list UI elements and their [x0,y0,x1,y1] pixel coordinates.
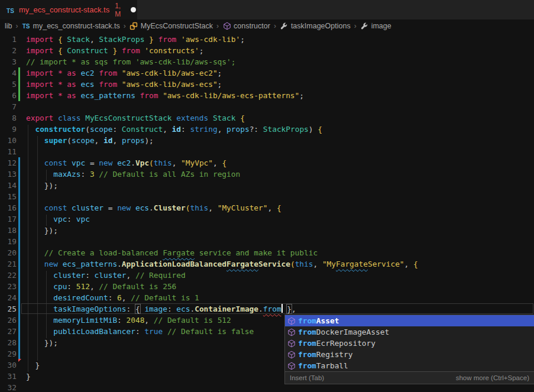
code-line[interactable]: 13 maxAzs: 3 // Default is all AZs in re… [0,169,534,180]
line-number: 20 [0,247,17,258]
breadcrumb-separator: › [354,22,357,30]
gutter-added-indicator [18,79,20,90]
code-line[interactable]: 15 [0,191,534,202]
autocomplete-item-fromDockerImageAsset[interactable]: fromDockerImageAsset [285,326,534,338]
code-line[interactable]: 2import { Construct } from 'constructs'; [0,45,534,56]
code-editor[interactable]: 1import { Stack, StackProps } from 'aws-… [0,33,534,392]
gutter-modified-indicator [18,191,20,202]
gutter-modified-indicator [18,292,20,303]
line-number: 6 [0,90,17,101]
gutter-modified-indicator [18,225,20,236]
vscode-window: TS my_ecs_construct-stack.ts 1, M lib›TS… [0,0,534,392]
method-icon [287,361,296,370]
code-line[interactable]: 14 }); [0,180,534,191]
breadcrumb-item-my-ecs-construct-stack-ts[interactable]: TSmy_ecs_construct-stack.ts [22,22,120,31]
code-text: import { Stack, StackProps } from 'aws-c… [26,34,245,45]
breadcrumb-item-lib[interactable]: lib [5,22,12,30]
gutter-modified-indicator [18,202,20,213]
code-line[interactable]: 5import * as ecs from "aws-cdk-lib/aws-e… [0,79,534,90]
match-highlight: from [298,315,316,326]
line-number: 24 [0,292,17,303]
match-highlight: from [298,360,316,371]
code-text: const cluster = new ecs.Cluster(this, "M… [26,202,281,213]
breadcrumb-item-image[interactable]: image [360,22,391,31]
code-text: publicLoadBalancer: true // Default is f… [26,326,254,337]
tab-filename: my_ecs_construct-stack.ts [19,5,109,14]
code-line[interactable]: 8export class MyEcsConstructStack extend… [0,112,534,124]
code-line[interactable]: 10 super(scope, id, props); [0,135,534,146]
code-text: } [26,371,31,382]
breadcrumb-label: image [371,22,391,30]
gutter-modified-indicator [18,213,20,225]
gutter-added-indicator [18,90,20,101]
code-text: }); [26,225,58,236]
code-line[interactable]: 12 const vpc = new ec2.Vpc(this, "MyVpc"… [0,157,534,169]
code-line[interactable]: 9 constructor(scope: Construct, id: stri… [0,124,534,135]
breadcrumb-item-taskimageoptions[interactable]: taskImageOptions [280,22,351,31]
gutter-modified-indicator [18,270,20,281]
gutter-modified-indicator [18,337,20,348]
code-line[interactable]: 16 const cluster = new ecs.Cluster(this,… [0,202,534,213]
autocomplete-item-fromEcrRepository[interactable]: fromEcrRepository [285,338,534,349]
dirty-indicator-dot[interactable] [131,7,136,12]
tab-problems-badge: 1, M [115,2,121,18]
line-number: 14 [0,180,17,191]
code-line[interactable]: 3// import * as sqs from 'aws-cdk-lib/aw… [0,56,534,67]
code-text: new ecs_patterns.ApplicationLoadBalanced… [26,258,418,270]
line-number: 7 [0,101,17,112]
line-number: 22 [0,270,17,281]
class-icon [130,22,138,31]
match-highlight: from [298,349,316,360]
code-line[interactable]: 17 vpc: vpc [0,213,534,225]
breadcrumb-separator: › [16,22,18,30]
line-number: 10 [0,135,17,146]
code-text: import { Construct } from 'constructs'; [26,45,204,56]
breadcrumb-item-constructor[interactable]: constructor [222,22,270,31]
code-text: vpc: vpc [26,213,90,225]
code-line[interactable]: 22 cluster: cluster, // Required [0,270,534,281]
code-line[interactable]: 19 [0,236,534,247]
gutter-modified-indicator [18,258,20,270]
line-number: 23 [0,281,17,292]
code-line[interactable]: 23 cpu: 512, // Default is 256 [0,281,534,292]
line-number: 2 [0,45,17,56]
code-text: constructor(scope: Construct, id: string… [26,124,322,135]
code-text: }); [26,337,58,348]
line-number: 8 [0,112,17,124]
completion-label: EcrRepository [316,338,376,349]
code-text: cpu: 512, // Default is 256 [26,281,176,292]
code-line[interactable]: 11 [0,146,534,157]
code-text: const vpc = new ec2.Vpc(this, "MyVpc", { [26,157,226,169]
autocomplete-item-fromTarball[interactable]: fromTarball [285,360,534,371]
line-number: 30 [0,359,17,371]
show-more-hint[interactable]: show more (Ctrl+Space) [456,374,529,381]
breadcrumb-item-myecsconstructstack[interactable]: MyEcsConstructStack [130,22,213,31]
code-line[interactable]: 21 new ecs_patterns.ApplicationLoadBalan… [0,258,534,270]
gutter-modified-indicator [18,236,20,247]
code-line[interactable]: 24 desiredCount: 6, // Default is 1 [0,292,534,303]
breadcrumb-label: constructor [234,22,270,30]
gutter-modified-indicator [18,348,20,359]
code-text: cluster: cluster, // Required [26,270,186,281]
autocomplete-item-fromAsset[interactable]: fromAsset [285,315,534,326]
code-line[interactable]: 7 [0,101,534,112]
tab-file-icon-slot: TS [6,5,15,15]
line-number: 4 [0,67,17,79]
code-text: import * as ecs from "aws-cdk-lib/aws-ec… [26,79,222,90]
code-line[interactable]: 20 // Create a load-balanced Fargate ser… [0,247,534,258]
code-line[interactable]: 1import { Stack, StackProps } from 'aws-… [0,34,534,45]
breadcrumb-label: my_ecs_construct-stack.ts [33,22,120,30]
match-highlight: from [298,326,316,338]
method-icon [287,316,296,325]
code-line[interactable]: 4import * as ec2 from "aws-cdk-lib/aws-e… [0,67,534,79]
code-line[interactable]: 18 }); [0,225,534,236]
editor-tab[interactable]: TS my_ecs_construct-stack.ts 1, M [0,0,137,20]
line-number: 13 [0,169,17,180]
tab-bar: TS my_ecs_construct-stack.ts 1, M [0,0,534,20]
breadcrumb-label: taskImageOptions [291,22,351,30]
code-line[interactable]: 25 taskImageOptions: { image: ecs.Contai… [0,303,534,315]
code-line[interactable]: 6import * as ecs_patterns from "aws-cdk-… [0,90,534,101]
line-number: 11 [0,146,17,157]
code-text: }); [26,180,58,191]
autocomplete-item-fromRegistry[interactable]: fromRegistry [285,349,534,360]
